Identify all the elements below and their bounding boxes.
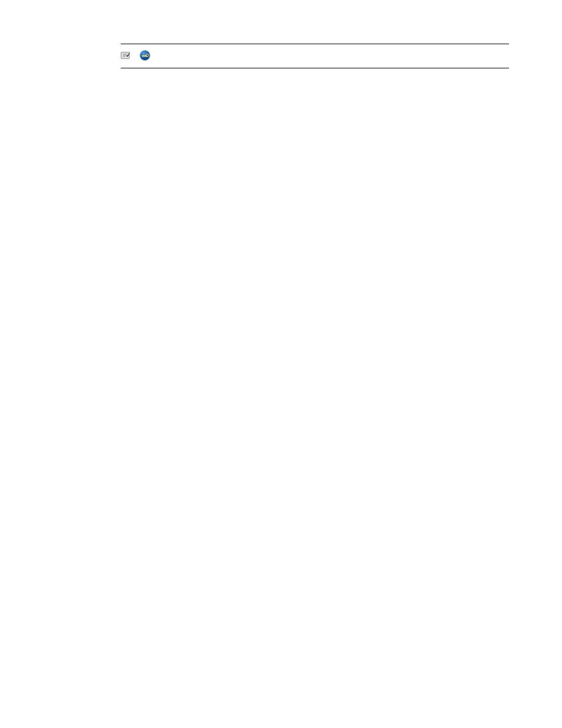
page-footer: [502, 689, 509, 700]
page-content: [0, 0, 562, 68]
note-box: [121, 44, 509, 68]
note-text: [136, 50, 150, 62]
sec3-body: [97, 44, 509, 68]
note-pencil-icon: [121, 51, 131, 60]
port-key-icon: [140, 50, 150, 61]
